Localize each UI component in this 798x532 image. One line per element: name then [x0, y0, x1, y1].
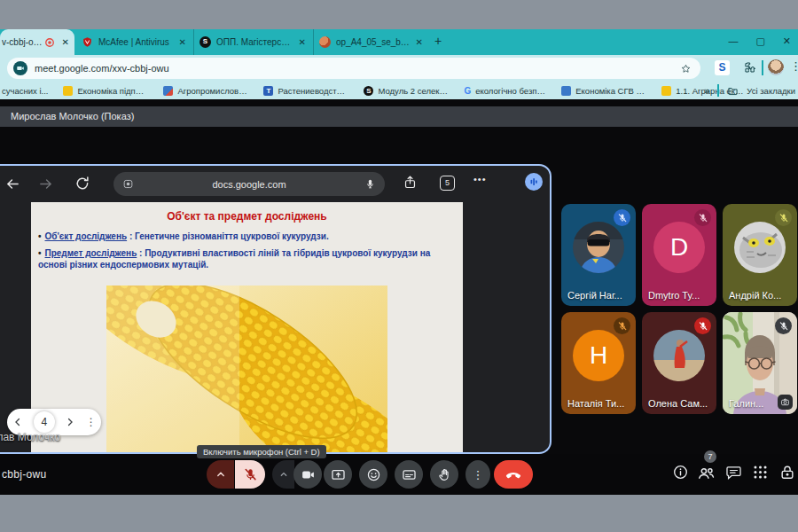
shared-address-bar[interactable]: docs.google.com [113, 172, 385, 196]
bookmark-item[interactable]: TРастениеводство -... [263, 86, 348, 96]
slide-page-number: 4 [34, 411, 55, 433]
meeting-code: cbbj-owu [2, 468, 46, 481]
captions-button[interactable] [395, 460, 423, 489]
bookmarks-bar: сучасних і... Економіка підприє... Агроп… [0, 82, 798, 99]
participant-tile-dmytro[interactable]: D Dmytro Ty... [642, 204, 716, 306]
bookmark-label: сучасних і... [2, 86, 48, 96]
window-close-button[interactable]: ✕ [783, 35, 791, 47]
slide-title: Об'єкт та предмет досліджень [31, 210, 463, 223]
new-tab-button[interactable]: + [434, 34, 442, 48]
close-icon[interactable]: ✕ [416, 37, 423, 47]
bookmark-item[interactable]: Агропромисловіст... [163, 86, 248, 96]
present-screen-button[interactable] [324, 460, 352, 489]
bookmark-label: Економіка підприє... [77, 86, 148, 96]
minimize-button[interactable]: — [728, 35, 738, 47]
tab-label: McAfee | Antivirus [98, 37, 174, 47]
shared-screen-tile[interactable]: docs.google.com 5 ••• Об'єкт та предмет … [0, 164, 552, 454]
all-bookmarks-label[interactable]: Усі закладки [747, 86, 795, 96]
camera-toggle-button[interactable] [293, 460, 322, 489]
tab-meet[interactable]: v-cbbj-owu ✕ [0, 29, 74, 55]
reload-icon[interactable] [74, 176, 90, 192]
bookmark-favicon [661, 86, 671, 96]
extensions-puzzle-icon[interactable] [741, 60, 755, 74]
tab-opp[interactable]: S ОПП. Магістерський рівень. О ✕ [193, 29, 311, 55]
url-text: meet.google.com/xxv-cbbj-owu [35, 63, 169, 74]
avatar [573, 222, 624, 273]
more-options-button[interactable]: ⋮ [466, 460, 490, 489]
mic-tooltip: Включить микрофон (Ctrl + D) [197, 445, 326, 458]
end-call-button[interactable] [494, 460, 533, 489]
presenter-banner: Мирослав Молочко (Показ) [0, 106, 798, 127]
participants-count-badge: 7 [704, 450, 716, 463]
bookmark-favicon: S [364, 86, 373, 96]
maximize-button[interactable]: ▢ [755, 35, 764, 47]
bookmark-star-icon[interactable] [680, 63, 692, 74]
bullet-marker: • [38, 248, 42, 258]
bookmark-item[interactable]: Економіка СГВ - На... [561, 86, 646, 96]
extension-letter: S [718, 61, 725, 74]
browser-tab-bar: v-cbbj-owu ✕ McAfee | Antivirus ✕ S ОПП.… [0, 29, 798, 55]
participant-tile-halyna[interactable]: Галин... [723, 312, 797, 414]
close-icon[interactable]: ✕ [179, 37, 186, 47]
participant-tile-sergii[interactable]: Сергій Наг... [561, 204, 636, 306]
lens-icon[interactable] [122, 178, 134, 190]
next-slide-icon[interactable] [64, 416, 76, 428]
participant-name: Dmytro Ty... [648, 290, 700, 301]
tab-biology-doc[interactable]: op_A4_05_se_biology_hh_mag_ ✕ [313, 29, 428, 55]
shared-url-text: docs.google.com [134, 179, 364, 190]
profile-avatar[interactable] [768, 59, 784, 75]
meeting-details-icon[interactable] [672, 464, 689, 481]
tab-count-button[interactable]: 5 [440, 176, 455, 191]
close-icon[interactable]: ✕ [299, 37, 306, 47]
close-icon[interactable]: ✕ [62, 37, 69, 47]
voice-search-icon[interactable] [364, 178, 376, 190]
bullet-marker: • [38, 231, 42, 241]
participant-name: Сергій Наг... [567, 290, 622, 301]
address-bar[interactable]: meet.google.com/xxv-cbbj-owu [7, 58, 700, 79]
bookmark-item[interactable]: SМодуль 2 селекція... [364, 86, 449, 96]
chat-panel-icon[interactable] [725, 464, 742, 481]
bullet-text: : Генетичне різноманіття цукрової кукуру… [127, 231, 329, 241]
screenshot-root: v-cbbj-owu ✕ McAfee | Antivirus ✕ S ОПП.… [0, 0, 798, 532]
recording-indicator-icon [44, 37, 55, 48]
forward-icon[interactable] [38, 176, 53, 192]
participant-name: Олена Сам... [648, 398, 708, 409]
participant-tile-andrii[interactable]: Андрій Ко... [723, 204, 797, 306]
slide-menu-icon[interactable]: ⋮ [86, 416, 97, 428]
participants-panel-icon[interactable] [697, 464, 716, 482]
mic-toggle-button[interactable] [235, 460, 265, 489]
host-controls-lock-icon[interactable] [778, 464, 796, 481]
activities-icon[interactable] [752, 464, 769, 481]
mic-muted-icon [614, 317, 630, 334]
reactions-button[interactable] [359, 460, 387, 489]
bookmark-label: Модуль 2 селекція... [378, 86, 449, 96]
tab-label: v-cbbj-owu [2, 37, 43, 47]
bookmark-item[interactable]: сучасних і... [2, 86, 48, 96]
bookmark-label: Растениеводство -... [278, 86, 348, 96]
shared-browser-toolbar: docs.google.com 5 ••• [0, 166, 550, 202]
bookmarks-overflow-icon[interactable]: » [704, 85, 709, 96]
presenter-name-overlay: олав Молочко [0, 431, 60, 443]
back-icon[interactable] [5, 176, 20, 192]
avatar-initial: Н [573, 330, 624, 381]
presenter-banner-text: Мирослав Молочко (Показ) [11, 111, 134, 121]
bookmark-item[interactable]: Економіка підприє... [63, 86, 148, 96]
participant-tile-olena[interactable]: Олена Сам... [642, 312, 716, 414]
chrome-menu-icon[interactable]: ⋮ [790, 59, 798, 73]
bookmark-item[interactable]: Gекологічно безпеч... [464, 86, 546, 96]
prev-slide-icon[interactable] [12, 416, 24, 428]
bullet-lead: Предмет досліджень [45, 248, 137, 258]
folder-icon [727, 85, 739, 97]
browser-menu-icon[interactable]: ••• [473, 174, 487, 184]
mic-options-chevron-icon[interactable] [207, 460, 234, 489]
share-icon[interactable] [403, 175, 418, 190]
extension-s-icon[interactable]: S [715, 60, 730, 75]
tab-mcafee[interactable]: McAfee | Antivirus ✕ [76, 29, 192, 55]
raise-hand-button[interactable] [430, 460, 458, 489]
audio-playing-indicator-icon [525, 173, 543, 191]
bookmark-favicon: T [263, 86, 273, 96]
bookmark-label: екологічно безпеч... [475, 86, 546, 96]
flip-camera-icon[interactable] [778, 395, 793, 410]
participant-tile-nataliia[interactable]: Н Наталія Ти... [561, 312, 636, 414]
camera-options-chevron-icon[interactable] [272, 460, 294, 489]
